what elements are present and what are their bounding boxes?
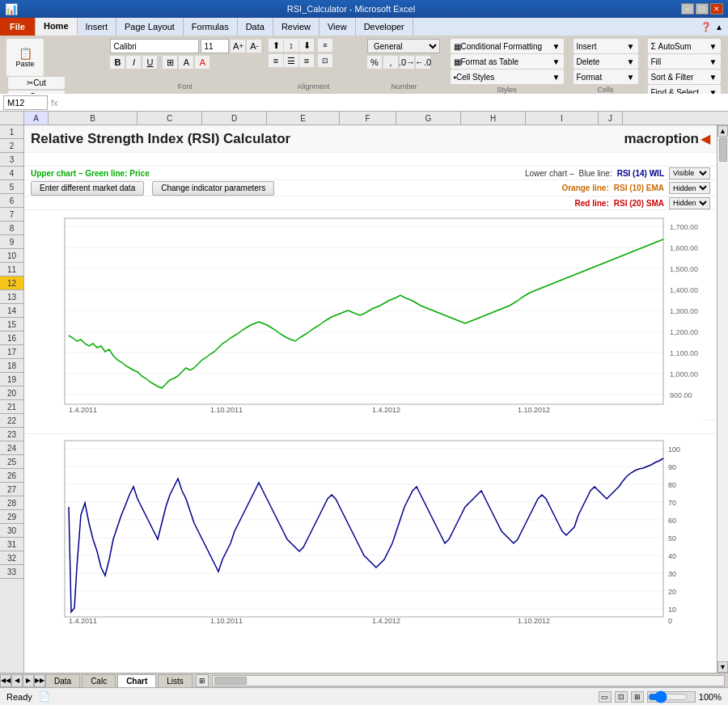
italic-button[interactable]: I [126,56,141,69]
decrease-decimal-button[interactable]: ←.0 [416,56,430,69]
row-5[interactable]: 5 [0,180,23,194]
row-27[interactable]: 27 [0,483,23,496]
orange-line-visibility-select[interactable]: Hidden Visible [669,182,710,194]
horizontal-scrollbar[interactable] [212,675,725,686]
formula-input[interactable] [61,98,725,108]
row-24[interactable]: 24 [0,441,23,455]
col-header-h[interactable]: H [461,112,526,125]
cell-reference-input[interactable] [3,95,48,110]
last-tab-button[interactable]: ▶▶ [34,674,45,687]
sheet-tab-lists[interactable]: Lists [158,674,193,687]
insert-button[interactable]: Insert ▼ [574,39,638,53]
scroll-down-button[interactable]: ▼ [717,661,728,673]
col-header-e[interactable]: E [267,112,340,125]
autosum-button[interactable]: Σ AutoSum ▼ [648,39,721,53]
first-tab-button[interactable]: ◀◀ [0,674,11,687]
tab-developer[interactable]: Developer [356,18,413,36]
merge-button[interactable]: ⊡ [318,54,332,67]
tab-page-layout[interactable]: Page Layout [116,18,184,36]
close-button[interactable]: ✕ [710,3,723,15]
percent-button[interactable]: % [367,56,382,69]
tab-formulas[interactable]: Formulas [184,18,238,36]
h-scroll-thumb[interactable] [214,677,247,685]
scroll-track[interactable] [717,137,728,661]
cut-button[interactable]: ✂ Cut [8,77,65,89]
row-11[interactable]: 11 [0,263,23,277]
col-header-row[interactable]: A [24,112,49,125]
row-15[interactable]: 15 [0,318,23,331]
font-color-button[interactable]: A [195,56,210,69]
col-header-c[interactable]: C [138,112,202,125]
row-3[interactable]: 3 [0,153,23,167]
row-31[interactable]: 31 [0,538,23,551]
page-layout-icon[interactable]: 📄 [39,691,50,702]
tab-review[interactable]: Review [273,18,320,36]
sheet-tab-chart[interactable]: Chart [117,674,156,687]
col-header-d[interactable]: D [202,112,267,125]
wrap-text-button[interactable]: ≡ [318,39,332,52]
sheet-tab-data[interactable]: Data [45,674,80,687]
help-icon[interactable]: ❓ [700,22,712,32]
page-break-button[interactable]: ⊞ [631,691,644,703]
fill-button[interactable]: Fill ▼ [648,54,721,69]
font-name-input[interactable] [110,39,199,53]
tab-home[interactable]: Home [36,18,78,36]
delete-button[interactable]: Delete ▼ [574,54,638,69]
conditional-formatting-button[interactable]: ▦ Conditional Formatting ▼ [451,39,564,53]
comma-button[interactable]: , [383,56,398,69]
scroll-up-button[interactable]: ▲ [717,125,728,137]
bold-button[interactable]: B [110,56,125,69]
maximize-button[interactable]: □ [696,3,709,15]
row-18[interactable]: 18 [0,359,23,373]
next-tab-button[interactable]: ▶ [23,674,34,687]
tab-insert[interactable]: Insert [78,18,117,36]
increase-decimal-button[interactable]: .0→ [400,56,414,69]
tab-file[interactable]: File [0,18,36,36]
enter-data-button[interactable]: Enter different market data [31,181,144,196]
zoom-range[interactable] [648,694,688,700]
sort-filter-button[interactable]: Sort & Filter ▼ [648,70,721,84]
col-header-b[interactable]: B [49,112,138,125]
col-header-f[interactable]: F [340,112,396,125]
row-21[interactable]: 21 [0,400,23,414]
number-format-select[interactable]: General Number Currency Percentage [367,39,440,53]
row-7[interactable]: 7 [0,208,23,222]
font-size-input[interactable] [201,39,229,53]
blue-line-visibility-select[interactable]: Visible Hidden [669,167,710,179]
tab-view[interactable]: View [320,18,356,36]
cell-styles-button[interactable]: ▪ Cell Styles ▼ [451,70,564,84]
page-layout-button[interactable]: ⊡ [615,691,628,703]
vertical-scrollbar[interactable]: ▲ ▼ [717,125,728,673]
format-button[interactable]: Format ▼ [574,70,638,84]
row-32[interactable]: 32 [0,551,23,565]
row-14[interactable]: 14 [0,304,23,318]
col-header-g[interactable]: G [396,112,461,125]
red-line-visibility-select[interactable]: Hidden Visible [669,197,710,209]
row-25[interactable]: 25 [0,455,23,469]
row-26[interactable]: 26 [0,469,23,483]
zoom-slider[interactable] [647,691,696,703]
row-17[interactable]: 17 [0,345,23,359]
row-16[interactable]: 16 [0,331,23,345]
normal-view-button[interactable]: ▭ [599,691,612,703]
row-9[interactable]: 9 [0,235,23,249]
align-bottom-button[interactable]: ⬇ [299,39,314,52]
change-params-button[interactable]: Change indicator parameters [152,181,274,196]
tab-data[interactable]: Data [238,18,273,36]
format-as-table-button[interactable]: ▦ Format as Table ▼ [451,54,564,69]
row-6[interactable]: 6 [0,194,23,208]
row-19[interactable]: 19 [0,373,23,386]
fill-color-button[interactable]: A [179,56,193,69]
font-shrink-button[interactable]: A- [247,40,261,53]
row-20[interactable]: 20 [0,386,23,400]
row-2[interactable]: 2 [0,139,23,153]
col-header-j[interactable]: J [599,112,623,125]
scroll-thumb[interactable] [719,137,727,162]
row-13[interactable]: 13 [0,290,23,304]
row-33[interactable]: 33 [0,565,23,579]
row-30[interactable]: 30 [0,524,23,538]
row-22[interactable]: 22 [0,414,23,428]
row-1[interactable]: 1 [0,125,23,139]
border-button[interactable]: ⊞ [163,56,177,69]
row-4[interactable]: 4 [0,167,23,180]
